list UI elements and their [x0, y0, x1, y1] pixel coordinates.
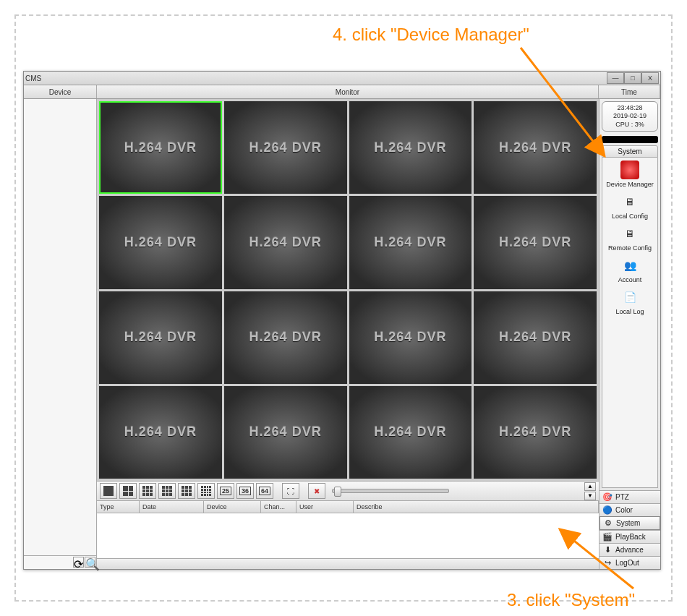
log-col-user[interactable]: User [296, 501, 354, 513]
video-cell-1[interactable]: H.264 DVR [99, 101, 222, 194]
video-cell-5[interactable]: H.264 DVR [99, 196, 222, 288]
video-cell-9[interactable]: H.264 DVR [99, 291, 222, 384]
annotation-bottom: 3. click "System" [507, 590, 635, 610]
fullscreen-button[interactable]: ⛶ [282, 483, 299, 499]
layout-toolbar: 25 36 64 ⛶ ✖ ▲ ▼ [97, 481, 599, 501]
scroll-up-button[interactable]: ▲ [584, 482, 596, 491]
window-maximize-button[interactable]: □ [624, 72, 641, 84]
log-table-header: Type Date Device Chan... User Describe [97, 501, 599, 513]
local-config-icon: 🖥 [620, 192, 639, 211]
video-cell-3[interactable]: H.264 DVR [349, 101, 472, 194]
header-device: Device [24, 85, 97, 98]
remote-config-item[interactable]: 🖥 Remote Config [602, 224, 657, 252]
video-cell-10[interactable]: H.264 DVR [224, 291, 347, 384]
right-panel: 23:48:28 2019-02-19 CPU : 3% System Devi… [599, 99, 660, 569]
device-refresh-button[interactable]: ⟳ [73, 557, 84, 568]
svg-line-0 [521, 48, 605, 156]
layout-64-button[interactable]: 64 [256, 483, 273, 499]
tab-color[interactable]: 🔵Color [599, 503, 660, 516]
disconnect-button[interactable]: ✖ [308, 483, 325, 499]
arrow-to-system [554, 522, 641, 594]
svg-line-1 [560, 529, 633, 589]
window-close-button[interactable]: X [641, 72, 659, 84]
color-icon: 🔵 [602, 505, 613, 516]
log-col-date[interactable]: Date [140, 501, 204, 513]
device-panel-controls: ⟳ 🔍 [24, 555, 96, 569]
tab-ptz[interactable]: 🎯PTZ [599, 490, 660, 503]
layout-4-button[interactable] [119, 483, 137, 499]
device-manager-icon [620, 161, 639, 179]
layout-16-button[interactable] [197, 483, 215, 499]
video-cell-11[interactable]: H.264 DVR [349, 291, 472, 384]
account-icon: 👥 [620, 256, 639, 275]
scroll-down-button[interactable]: ▼ [584, 492, 596, 500]
video-cell-15[interactable]: H.264 DVR [349, 386, 472, 479]
layout-6-button[interactable] [139, 483, 156, 499]
video-cell-13[interactable]: H.264 DVR [99, 386, 222, 479]
ptz-icon: 🎯 [602, 492, 613, 502]
window-title: CMS [25, 74, 41, 82]
layout-25-button[interactable]: 25 [217, 483, 234, 499]
layout-8-button[interactable] [158, 483, 176, 499]
monitor-area: H.264 DVR H.264 DVR H.264 DVR H.264 DVR … [97, 99, 599, 569]
local-log-icon: 📄 [620, 288, 639, 307]
layout-9-button[interactable] [178, 483, 195, 499]
volume-slider[interactable] [332, 489, 449, 493]
device-panel: ⟳ 🔍 [24, 99, 97, 569]
video-cell-6[interactable]: H.264 DVR [224, 196, 347, 288]
video-cell-8[interactable]: H.264 DVR [474, 196, 597, 288]
log-table-body [97, 513, 599, 558]
local-config-item[interactable]: 🖥 Local Config [602, 192, 657, 220]
video-cell-12[interactable]: H.264 DVR [474, 291, 597, 384]
log-col-channel[interactable]: Chan... [261, 501, 296, 513]
video-cell-14[interactable]: H.264 DVR [224, 386, 347, 479]
video-cell-7[interactable]: H.264 DVR [349, 196, 472, 288]
log-col-device[interactable]: Device [204, 501, 261, 513]
arrow-to-device-manager [513, 43, 615, 166]
video-cell-16[interactable]: H.264 DVR [474, 386, 597, 479]
annotation-top: 4. click "Device Manager" [333, 25, 529, 45]
log-col-describe[interactable]: Describe [354, 501, 599, 513]
layout-36-button[interactable]: 36 [236, 483, 254, 499]
device-search-button[interactable]: 🔍 [85, 557, 95, 568]
remote-config-icon: 🖥 [620, 224, 639, 243]
log-col-type[interactable]: Type [97, 501, 140, 513]
video-cell-2[interactable]: H.264 DVR [224, 101, 347, 194]
layout-1-button[interactable] [100, 483, 117, 499]
local-log-item[interactable]: 📄 Local Log [602, 288, 657, 315]
system-panel-body: Device Manager 🖥 Local Config 🖥 Remote C… [602, 158, 658, 488]
status-bar [97, 558, 599, 569]
account-item[interactable]: 👥 Account [602, 256, 657, 283]
